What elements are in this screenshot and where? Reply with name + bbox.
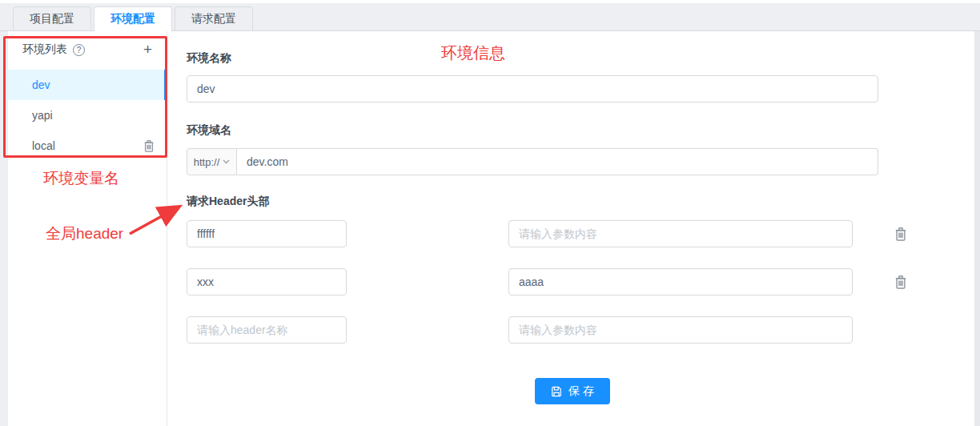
- environment-item-label: dev: [32, 78, 50, 91]
- tab-environment-config[interactable]: 环境配置: [94, 6, 172, 31]
- header-value-input[interactable]: [508, 316, 853, 344]
- trash-icon: [894, 227, 908, 242]
- env-name-label: 环境名称: [187, 51, 231, 66]
- header-value-input[interactable]: [508, 268, 853, 295]
- environment-item-label: local: [32, 139, 55, 152]
- environment-item-label: yapi: [32, 109, 53, 122]
- env-domain-label: 环境域名: [187, 123, 231, 138]
- scrollbar-track[interactable]: [974, 31, 980, 426]
- header-name-input[interactable]: [187, 316, 347, 344]
- floppy-save-icon: [551, 386, 562, 397]
- environment-list-title: 环境列表: [22, 42, 67, 57]
- sidebar-item-local[interactable]: local: [8, 131, 167, 161]
- protocol-label: http://: [194, 156, 220, 168]
- sidebar-item-yapi[interactable]: yapi: [8, 100, 167, 131]
- header-name-input[interactable]: [187, 268, 347, 295]
- env-domain-group: http://: [187, 148, 878, 175]
- header-value-input[interactable]: [508, 220, 853, 247]
- delete-header-row-icon[interactable]: [894, 227, 908, 244]
- tab-request-config[interactable]: 请求配置: [175, 6, 253, 30]
- config-tabbar: 项目配置 环境配置 请求配置: [0, 3, 980, 31]
- save-button[interactable]: 保 存: [535, 378, 610, 404]
- delete-environment-icon[interactable]: [143, 139, 155, 153]
- trash-icon: [894, 275, 908, 290]
- page-gutter-left: [0, 31, 8, 426]
- header-name-input[interactable]: [187, 220, 347, 247]
- save-button-label: 保 存: [568, 384, 594, 399]
- protocol-select[interactable]: http://: [187, 148, 237, 175]
- delete-header-row-icon[interactable]: [894, 275, 908, 292]
- chevron-down-icon: [223, 159, 230, 164]
- trash-icon: [143, 139, 155, 153]
- env-domain-input[interactable]: [237, 148, 878, 175]
- environment-list-header: 环境列表 ? +: [8, 31, 167, 60]
- tab-project-config[interactable]: 项目配置: [13, 6, 91, 30]
- request-header-label: 请求Header头部: [187, 195, 269, 209]
- environment-config-page: 项目配置 环境配置 请求配置 环境列表 ? + dev yapi: [0, 0, 980, 426]
- env-name-input[interactable]: [187, 75, 878, 102]
- environment-list-sidebar: 环境列表 ? + dev yapi local: [8, 31, 167, 426]
- add-environment-button[interactable]: +: [143, 43, 152, 56]
- help-icon[interactable]: ?: [73, 44, 85, 56]
- sidebar-item-dev[interactable]: dev: [8, 70, 167, 100]
- environment-menu: dev yapi local: [8, 70, 167, 161]
